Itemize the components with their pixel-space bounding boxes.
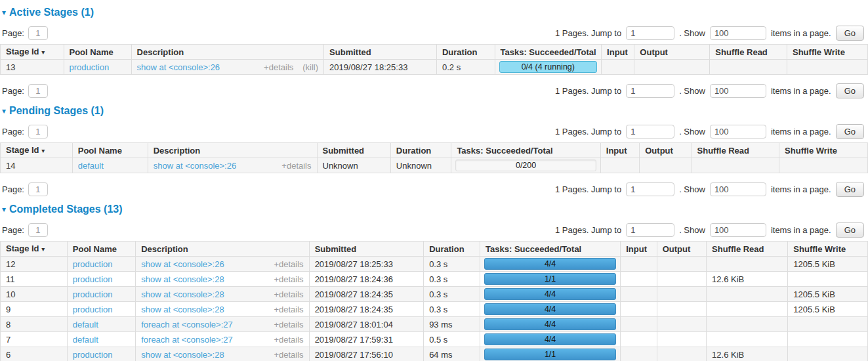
column-header-description[interactable]: Description <box>136 242 309 257</box>
jump-to-input[interactable] <box>626 182 674 196</box>
section-title-completed-stages[interactable]: ▾ Completed Stages (13) <box>2 204 868 215</box>
column-header-submitted[interactable]: Submitted <box>317 143 390 158</box>
section-title-pending-stages[interactable]: ▾ Pending Stages (1) <box>2 106 868 116</box>
column-header-submitted[interactable]: Submitted <box>309 242 424 257</box>
details-link[interactable]: +details <box>274 335 303 345</box>
details-link[interactable]: +details <box>274 289 303 299</box>
jump-to-input[interactable] <box>626 223 674 237</box>
pool-link[interactable]: production <box>73 259 113 269</box>
details-link[interactable]: +details <box>274 274 303 284</box>
shuffle-write-cell <box>788 347 868 361</box>
description-link[interactable]: show at <console>:28 <box>141 274 224 284</box>
column-header-shuffle-write[interactable]: Shuffle Write <box>788 242 868 257</box>
go-button[interactable]: Go <box>836 223 864 238</box>
column-header-tasks-succeeded-total[interactable]: Tasks: Succeeded/Total <box>480 242 621 257</box>
page-number-input[interactable] <box>28 125 48 138</box>
column-header-duration[interactable]: Duration <box>390 143 451 158</box>
column-header-input[interactable]: Input <box>600 143 639 158</box>
section-title-active-stages[interactable]: ▾ Active Stages (1) <box>2 7 868 18</box>
column-header-stage-id[interactable]: Stage Id ▾ <box>1 242 68 257</box>
column-header-description[interactable]: Description <box>148 143 317 158</box>
show-count-input[interactable] <box>710 125 766 138</box>
show-count-input[interactable] <box>710 223 766 237</box>
task-progress-bar: 4/4 <box>484 258 616 270</box>
column-header-shuffle-write[interactable]: Shuffle Write <box>787 45 868 60</box>
show-count-input[interactable] <box>710 84 766 98</box>
column-header-output[interactable]: Output <box>640 143 692 158</box>
details-link[interactable]: +details <box>264 62 293 72</box>
output-cell <box>640 158 692 173</box>
pool-link[interactable]: default <box>73 320 98 329</box>
column-header-output[interactable]: Output <box>634 45 710 60</box>
description-link[interactable]: show at <console>:26 <box>141 259 224 269</box>
column-header-shuffle-read[interactable]: Shuffle Read <box>710 45 787 60</box>
description-link[interactable]: show at <console>:26 <box>137 62 220 72</box>
page-number-input[interactable] <box>28 26 48 40</box>
show-count-input[interactable] <box>710 26 766 40</box>
pool-link[interactable]: production <box>73 350 113 360</box>
table-row: 12productionshow at <console>:26+details… <box>1 257 868 272</box>
description-link[interactable]: foreach at <console>:27 <box>141 320 233 329</box>
details-link[interactable]: +details <box>281 161 311 171</box>
show-count-input[interactable] <box>710 182 766 196</box>
description-link[interactable]: foreach at <console>:27 <box>141 335 233 345</box>
tasks-cell: 0/4 (4 running) <box>495 60 602 75</box>
pool-link[interactable]: production <box>73 274 113 284</box>
submitted-cell: 2019/08/27 18:24:35 <box>309 302 424 317</box>
column-header-shuffle-read[interactable]: Shuffle Read <box>692 143 779 158</box>
jump-to-input[interactable] <box>626 84 674 98</box>
column-header-tasks-succeeded-total[interactable]: Tasks: Succeeded/Total <box>495 45 602 60</box>
show-text: . Show <box>679 28 705 38</box>
column-header-stage-id[interactable]: Stage Id ▾ <box>1 143 73 158</box>
pool-link[interactable]: production <box>70 62 110 72</box>
description-actions: +details <box>276 161 311 171</box>
details-link[interactable]: +details <box>274 320 303 329</box>
page-number-input[interactable] <box>28 84 48 98</box>
column-header-stage-id[interactable]: Stage Id ▾ <box>1 45 64 60</box>
column-header-pool-name[interactable]: Pool Name <box>67 242 135 257</box>
column-header-tasks-succeeded-total[interactable]: Tasks: Succeeded/Total <box>451 143 600 158</box>
kill-link[interactable]: (kill) <box>302 62 318 72</box>
details-link[interactable]: +details <box>274 305 303 314</box>
go-button[interactable]: Go <box>836 124 864 139</box>
go-button[interactable]: Go <box>836 182 864 197</box>
column-header-duration[interactable]: Duration <box>436 45 495 60</box>
details-link[interactable]: +details <box>274 350 303 360</box>
column-header-submitted[interactable]: Submitted <box>324 45 437 60</box>
submitted-cell: 2019/08/27 18:24:35 <box>309 287 424 302</box>
description-wrap: foreach at <console>:27+details <box>141 320 303 329</box>
go-button[interactable]: Go <box>836 83 864 98</box>
input-cell <box>621 302 657 317</box>
pool-link[interactable]: default <box>73 335 98 345</box>
shuffle-write-cell: 1205.5 KiB <box>788 302 868 317</box>
page-number-input[interactable] <box>28 223 48 237</box>
column-header-shuffle-write[interactable]: Shuffle Write <box>779 143 868 158</box>
page-number-input[interactable] <box>28 182 48 196</box>
description-cell: show at <console>:28+details <box>136 347 309 361</box>
column-header-pool-name[interactable]: Pool Name <box>72 143 148 158</box>
column-header-shuffle-read[interactable]: Shuffle Read <box>707 242 788 257</box>
pagination-row: Page: 1 Pages. Jump to . Show items in a… <box>0 222 868 238</box>
description-link[interactable]: show at <console>:28 <box>141 350 224 360</box>
description-link[interactable]: show at <console>:28 <box>141 289 224 299</box>
column-header-description[interactable]: Description <box>131 45 323 60</box>
pool-cell: production <box>64 60 131 75</box>
column-header-duration[interactable]: Duration <box>424 242 480 257</box>
jump-to-input[interactable] <box>626 26 674 40</box>
column-header-input[interactable]: Input <box>621 242 657 257</box>
duration-cell: Unknown <box>390 158 451 173</box>
column-header-output[interactable]: Output <box>657 242 706 257</box>
pool-cell: default <box>72 158 148 173</box>
column-header-pool-name[interactable]: Pool Name <box>64 45 131 60</box>
pool-link[interactable]: default <box>78 161 104 171</box>
description-link[interactable]: show at <console>:28 <box>141 305 224 314</box>
column-header-input[interactable]: Input <box>602 45 634 60</box>
jump-to-input[interactable] <box>626 125 674 138</box>
items-per-page-text: items in a page. <box>771 184 831 194</box>
pool-link[interactable]: production <box>73 289 113 299</box>
go-button[interactable]: Go <box>836 26 864 41</box>
pool-cell: production <box>67 257 135 272</box>
details-link[interactable]: +details <box>274 259 303 269</box>
pool-link[interactable]: production <box>73 305 113 314</box>
description-link[interactable]: show at <console>:26 <box>154 161 236 171</box>
